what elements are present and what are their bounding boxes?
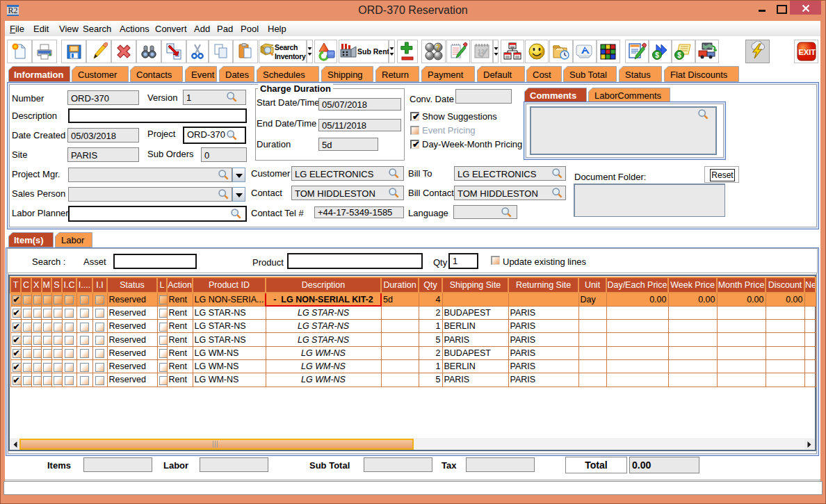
svg-text:Customer: Customer	[78, 70, 118, 80]
svg-text:Event: Event	[191, 70, 215, 80]
svg-text:Schedules: Schedules	[263, 70, 305, 80]
svg-text:LaborComments: LaborComments	[594, 90, 662, 101]
svg-text:Contacts: Contacts	[136, 70, 172, 80]
svg-text:Status: Status	[625, 70, 651, 80]
svg-text:$: $	[655, 51, 659, 59]
svg-text:Shipping: Shipping	[327, 70, 363, 80]
svg-text:Payment: Payment	[428, 70, 464, 80]
svg-text:EXIT: EXIT	[798, 48, 816, 56]
svg-text:Cost: Cost	[533, 70, 551, 80]
svg-text:$: $	[677, 51, 681, 59]
svg-text:Return: Return	[382, 70, 409, 80]
svg-text:Dates: Dates	[225, 70, 249, 80]
svg-text:?: ?	[436, 44, 440, 51]
svg-text:Item(s): Item(s)	[14, 235, 44, 245]
svg-text:Labor: Labor	[61, 235, 85, 245]
svg-text:Flat Discounts: Flat Discounts	[670, 70, 728, 80]
svg-text:Sub Total: Sub Total	[569, 70, 607, 80]
svg-text:Information: Information	[14, 70, 64, 80]
svg-text:Default: Default	[483, 70, 512, 80]
svg-text:Comments: Comments	[530, 90, 576, 101]
